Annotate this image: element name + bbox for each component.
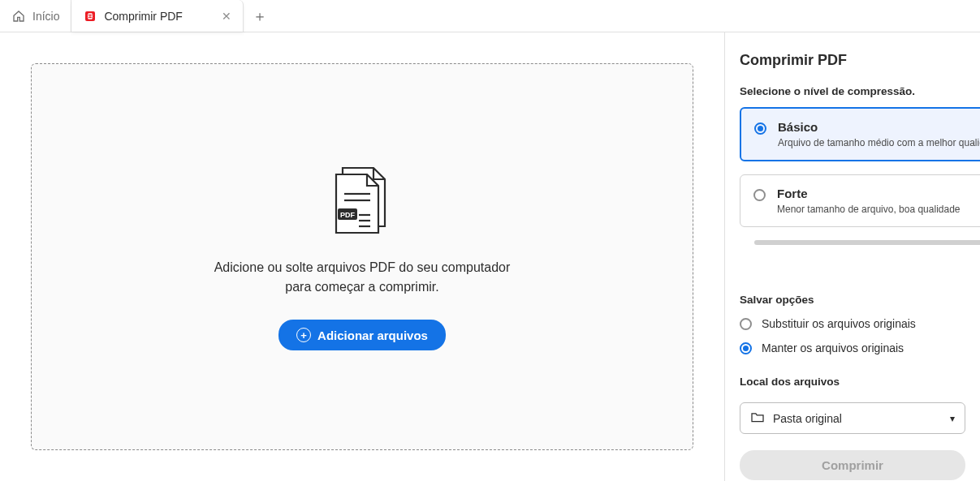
tab-compress-pdf[interactable]: Comprimir PDF ✕	[71, 0, 243, 32]
tab-home[interactable]: Início	[0, 0, 71, 32]
option-strong-title: Forte	[777, 187, 961, 200]
option-strong-desc: Menor tamanho de arquivo, boa qualidade	[777, 204, 961, 215]
radio-icon	[740, 342, 752, 354]
plus-icon: ＋	[253, 6, 267, 26]
save-options-label: Salvar opções	[725, 294, 980, 314]
save-option-keep[interactable]: Manter os arquivos originais	[725, 338, 980, 363]
main-panel: PDF Adicione ou solte arquivos PDF do se…	[0, 32, 724, 481]
tab-compress-label: Comprimir PDF	[104, 10, 182, 23]
tab-home-label: Início	[32, 10, 59, 23]
home-icon	[11, 9, 26, 24]
compression-option-basic[interactable]: Básico Arquivo de tamanho médio com a me…	[740, 107, 980, 161]
tab-bar: Início Comprimir PDF ✕ ＋	[0, 0, 980, 32]
radio-icon	[754, 122, 766, 135]
content-area: PDF Adicione ou solte arquivos PDF do se…	[0, 32, 980, 481]
pdf-stack-icon: PDF	[326, 163, 398, 242]
compress-icon	[83, 9, 97, 24]
sidebar-panel: Comprimir PDF Selecione o nível de compr…	[724, 32, 980, 481]
location-value: Pasta original	[773, 412, 842, 425]
dropzone[interactable]: PDF Adicione ou solte arquivos PDF do se…	[31, 63, 693, 450]
folder-icon	[750, 411, 765, 425]
compress-button-label: Comprimir	[822, 458, 883, 472]
compression-options: Básico Arquivo de tamanho médio com a me…	[725, 107, 980, 245]
save-option-keep-label: Manter os arquivos originais	[762, 341, 904, 354]
location-select[interactable]: Pasta original ▾	[740, 402, 965, 434]
panel-title: Comprimir PDF	[725, 52, 980, 79]
radio-icon	[740, 318, 752, 330]
chevron-down-icon: ▾	[950, 413, 955, 424]
save-option-replace[interactable]: Substituir os arquivos originais	[725, 314, 980, 338]
plus-circle-icon: +	[296, 328, 311, 342]
compress-button[interactable]: Comprimir	[740, 450, 965, 480]
location-label: Local dos arquivos	[725, 363, 980, 396]
svg-text:PDF: PDF	[340, 211, 356, 219]
option-basic-desc: Arquivo de tamanho médio com a melhor qu…	[778, 137, 980, 148]
compression-option-strong[interactable]: Forte Menor tamanho de arquivo, boa qual…	[740, 174, 980, 227]
add-files-button[interactable]: + Adicionar arquivos	[278, 320, 446, 350]
new-tab-button[interactable]: ＋	[244, 0, 276, 32]
panel-subtitle: Selecione o nível de compressão.	[725, 79, 980, 107]
radio-icon	[753, 189, 766, 201]
option-basic-title: Básico	[778, 120, 980, 134]
add-files-label: Adicionar arquivos	[317, 329, 428, 342]
dropzone-text: Adicione ou solte arquivos PDF do seu co…	[200, 258, 525, 297]
close-icon[interactable]: ✕	[222, 10, 231, 23]
save-option-replace-label: Substituir os arquivos originais	[762, 317, 916, 330]
